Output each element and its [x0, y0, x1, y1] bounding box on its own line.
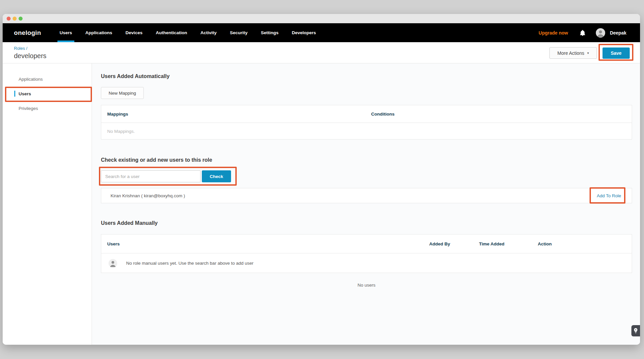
- onelogin-logo[interactable]: onelogin: [14, 29, 41, 37]
- nav-item-applications[interactable]: Applications: [85, 23, 112, 42]
- column-header-mappings: Mappings: [101, 112, 365, 117]
- no-users-text: No users: [101, 283, 632, 288]
- nav-item-developers[interactable]: Developers: [292, 23, 316, 42]
- mappings-table-header: Mappings Conditions: [101, 105, 632, 123]
- column-header-action: Action: [532, 241, 632, 246]
- chevron-down-icon: ▾: [587, 51, 589, 55]
- sidebar-item-label: Applications: [19, 77, 43, 82]
- maximize-window-button[interactable]: [19, 17, 23, 21]
- users-added-manually-heading: Users Added Manually: [101, 220, 158, 226]
- minimize-window-button[interactable]: [13, 17, 17, 21]
- nav-item-settings[interactable]: Settings: [261, 23, 279, 42]
- check-button[interactable]: Check: [202, 170, 231, 182]
- no-mappings-text: No Mappings.: [101, 123, 632, 139]
- active-item-accent-bar: [14, 91, 15, 97]
- sidebar: Applications Users Privileges: [3, 63, 92, 345]
- search-row: Check: [101, 170, 231, 182]
- upgrade-now-link[interactable]: Upgrade now: [539, 30, 568, 36]
- new-mapping-button[interactable]: New Mapping: [101, 87, 144, 99]
- lightbulb-feedback-button[interactable]: [631, 325, 640, 336]
- nav-item-activity[interactable]: Activity: [201, 23, 217, 42]
- more-actions-button[interactable]: More Actions ▾: [549, 47, 597, 59]
- content-area: Applications Users Privileges Users Adde…: [3, 63, 640, 345]
- sidebar-item-label: Privileges: [19, 106, 38, 111]
- page-title: developers: [14, 52, 46, 60]
- save-button[interactable]: Save: [603, 47, 630, 59]
- user-name[interactable]: Deepak: [610, 30, 626, 36]
- close-window-button[interactable]: [7, 17, 11, 21]
- user-result-text: Kiran Krishnan ( kiran@boxyhq.com ): [111, 193, 185, 198]
- breadcrumb-roles-link[interactable]: Roles /: [14, 46, 27, 51]
- nav-item-devices[interactable]: Devices: [125, 23, 142, 42]
- top-nav: onelogin Users Applications Devices Auth…: [3, 23, 640, 42]
- nav-item-security[interactable]: Security: [230, 23, 247, 42]
- empty-manual-users-row: No role manual users yet. Use the search…: [101, 253, 632, 273]
- search-user-input[interactable]: [101, 170, 201, 182]
- column-header-users: Users: [101, 241, 423, 246]
- add-to-role-link[interactable]: Add To Role: [597, 193, 621, 198]
- lightbulb-icon: [634, 328, 638, 333]
- users-added-automatically-heading: Users Added Automatically: [101, 73, 170, 79]
- main-panel: Users Added Automatically New Mapping Ma…: [92, 63, 640, 345]
- manual-users-table-header: Users Added By Time Added Action: [101, 234, 632, 253]
- column-header-added-by: Added By: [423, 241, 473, 246]
- window-titlebar: [3, 14, 640, 23]
- user-result-row: Kiran Krishnan ( kiran@boxyhq.com ) Add …: [101, 188, 632, 203]
- user-placeholder-avatar-icon: [109, 259, 117, 268]
- column-header-time-added: Time Added: [473, 241, 532, 246]
- manual-users-table: Users Added By Time Added Action No role…: [101, 234, 632, 273]
- sidebar-item-users[interactable]: Users: [3, 86, 92, 101]
- notifications-bell-icon[interactable]: [580, 30, 585, 36]
- check-existing-heading: Check existing or add new users to this …: [101, 157, 212, 163]
- sidebar-item-privileges[interactable]: Privileges: [3, 101, 92, 116]
- page-header: Roles / developers More Actions ▾ Save: [3, 42, 640, 63]
- nav-item-authentication[interactable]: Authentication: [156, 23, 187, 42]
- nav-menu: Users Applications Devices Authenticatio…: [60, 23, 316, 42]
- nav-right-group: Upgrade now Deepak: [539, 28, 640, 38]
- user-avatar[interactable]: [596, 28, 605, 38]
- mappings-table: Mappings Conditions No Mappings.: [101, 105, 632, 139]
- nav-item-users[interactable]: Users: [60, 23, 72, 42]
- sidebar-item-applications[interactable]: Applications: [3, 72, 92, 86]
- column-header-conditions: Conditions: [365, 112, 632, 117]
- app-window: onelogin Users Applications Devices Auth…: [3, 14, 640, 345]
- more-actions-label: More Actions: [557, 50, 584, 56]
- empty-manual-users-text: No role manual users yet. Use the search…: [126, 261, 253, 266]
- sidebar-item-label: Users: [19, 91, 31, 96]
